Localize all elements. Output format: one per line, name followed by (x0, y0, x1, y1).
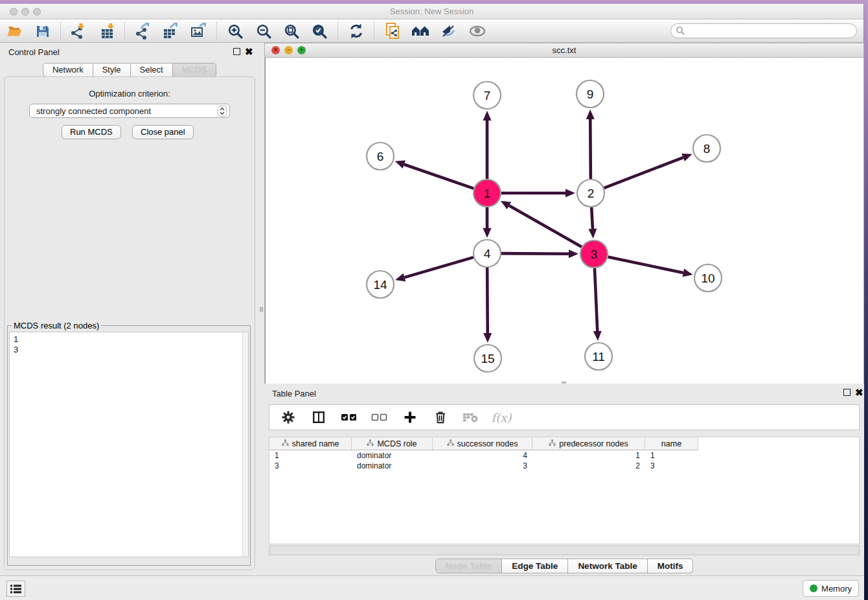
float-panel-icon[interactable] (843, 389, 851, 396)
svg-text:1: 1 (484, 187, 491, 200)
node-9[interactable]: 9 (577, 80, 604, 108)
table-toolbar: f(x) (269, 404, 860, 430)
table-tabs: Node TableEdge TableNetwork TableMotifs (264, 559, 864, 573)
close-panel-icon[interactable]: ✖ (245, 46, 253, 58)
node-8[interactable]: 8 (693, 135, 720, 162)
refresh-layout-icon[interactable] (347, 21, 366, 41)
node-11[interactable]: 11 (585, 343, 612, 370)
table-cell: 1 (532, 450, 645, 461)
edge-4-14[interactable] (404, 257, 473, 277)
column-header-shared-name[interactable]: shared name (269, 437, 352, 450)
mcds-result-text[interactable]: 1 3 (9, 332, 249, 557)
edge-4-15[interactable] (487, 268, 488, 333)
column-label: name (661, 439, 681, 448)
svg-text:7: 7 (484, 89, 491, 102)
edge-1-6[interactable] (404, 165, 474, 189)
column-label: successor nodes (457, 439, 518, 448)
table-row[interactable]: 3dominator323 (269, 461, 698, 471)
table-header-row: shared nameMCDS rolesuccessor nodesprede… (269, 437, 698, 450)
edge-4-3[interactable] (501, 253, 569, 254)
show-graphics-icon[interactable] (468, 21, 487, 41)
duplicate-network-icon[interactable] (383, 21, 402, 41)
save-session-icon[interactable] (33, 21, 52, 41)
zoom-in-icon[interactable] (225, 21, 245, 41)
tab-edge-table[interactable]: Edge Table (502, 559, 568, 573)
node-4[interactable]: 4 (474, 240, 501, 267)
search-field[interactable] (670, 23, 857, 38)
open-file-icon[interactable] (5, 21, 25, 41)
columns-icon[interactable] (310, 409, 327, 426)
toolbar-separator (337, 22, 338, 40)
panel-divider[interactable] (259, 43, 264, 575)
edge-2-8[interactable] (604, 157, 683, 188)
tree-icon (367, 439, 374, 448)
node-7[interactable]: 7 (474, 82, 501, 109)
edge-3-10[interactable] (608, 257, 683, 273)
column-header-predecessor-nodes[interactable]: predecessor nodes (532, 437, 645, 450)
edge-2-3[interactable] (591, 207, 593, 229)
network-canvas[interactable]: 7968124314101511 (265, 58, 863, 384)
tab-node-table[interactable]: Node Table (435, 559, 503, 573)
node-1[interactable]: 1 (474, 179, 501, 207)
column-header-MCDS-role[interactable]: MCDS role (352, 437, 433, 450)
zoom-fit-icon[interactable] (282, 21, 301, 41)
column-header-name[interactable]: name (645, 437, 698, 450)
table-cell: dominator (352, 461, 433, 471)
settings-gear-icon[interactable] (280, 409, 297, 426)
function-builder-icon[interactable]: f(x) (493, 409, 510, 426)
export-network-icon[interactable] (132, 21, 152, 41)
table-row[interactable]: 1dominator411 (269, 450, 698, 461)
deselect-all-icon[interactable] (371, 409, 388, 426)
edge-2-9[interactable] (590, 119, 591, 179)
import-table-icon[interactable] (98, 21, 118, 41)
delete-column-icon[interactable] (432, 409, 449, 426)
node-2[interactable]: 2 (577, 179, 604, 207)
node-3[interactable]: 3 (580, 240, 608, 268)
svg-text:2: 2 (588, 187, 595, 200)
table-scrollbar[interactable] (269, 546, 860, 555)
close-panel-button[interactable]: Close panel (132, 125, 194, 139)
task-history-button[interactable] (6, 581, 25, 597)
table-cell: 3 (433, 461, 532, 471)
network-window-titlebar[interactable]: ✕ − + scc.txt (265, 43, 863, 58)
node-15[interactable]: 15 (474, 345, 501, 372)
edge-3-11[interactable] (595, 268, 597, 331)
tab-motifs[interactable]: Motifs (648, 559, 694, 573)
edge-arrow-icon (395, 161, 405, 168)
table-panel-title: Table Panel (272, 389, 316, 398)
zoom-out-icon[interactable] (254, 21, 273, 41)
edge-arrow-icon (483, 111, 492, 121)
float-panel-icon[interactable] (233, 48, 240, 55)
tab-mcds[interactable]: MCDS (173, 63, 216, 77)
tab-style[interactable]: Style (93, 63, 131, 77)
criterion-value: strongly connected component (36, 106, 218, 116)
export-image-icon[interactable] (189, 21, 209, 41)
tab-select[interactable]: Select (131, 63, 173, 77)
node-10[interactable]: 10 (694, 264, 722, 292)
column-header-successor-nodes[interactable]: successor nodes (433, 437, 532, 450)
tab-network[interactable]: Network (43, 63, 93, 77)
delete-table-icon[interactable] (463, 409, 479, 426)
run-mcds-button[interactable]: Run MCDS (62, 125, 121, 139)
svg-text:6: 6 (377, 150, 384, 163)
column-label: shared name (292, 439, 339, 448)
hide-labels-icon[interactable] (439, 21, 459, 41)
import-network-icon[interactable] (67, 21, 87, 41)
close-panel-icon[interactable]: ✖ (855, 387, 863, 398)
tab-network-table[interactable]: Network Table (568, 559, 647, 573)
memory-status-icon (810, 584, 817, 592)
node-14[interactable]: 14 (367, 271, 394, 298)
result-scrollbar[interactable] (242, 332, 248, 557)
divider-grip[interactable] (260, 307, 263, 312)
export-table-icon[interactable] (161, 21, 180, 41)
search-input[interactable] (685, 27, 856, 36)
ndex-home-icon[interactable] (411, 21, 430, 41)
node-table: shared nameMCDS rolesuccessor nodesprede… (269, 437, 860, 544)
edge-3-1[interactable] (509, 205, 582, 247)
add-column-icon[interactable] (402, 409, 418, 426)
zoom-selected-icon[interactable] (310, 21, 329, 41)
node-6[interactable]: 6 (367, 143, 394, 170)
memory-button[interactable]: Memory (803, 580, 859, 597)
criterion-dropdown[interactable]: strongly connected component (29, 104, 230, 118)
select-all-icon[interactable] (341, 409, 358, 426)
